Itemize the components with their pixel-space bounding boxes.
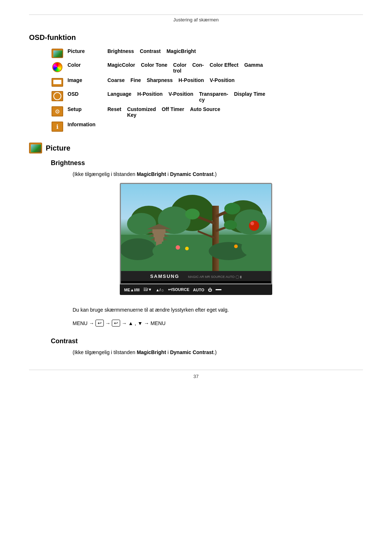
- osd-item: MagicBright: [167, 48, 196, 54]
- osd-item: Transparen-cy: [199, 91, 228, 103]
- osd-item: Fine: [130, 77, 141, 83]
- brightness-description: Du kan bruge skærmmenuerne til at ændre …: [73, 306, 363, 314]
- osd-item: Sharpness: [147, 77, 173, 83]
- nav-box-2: ↩: [112, 320, 120, 327]
- nav-menu-end: MENU: [151, 320, 166, 326]
- nav-arrow-4: →: [144, 320, 149, 326]
- svg-point-14: [185, 209, 200, 219]
- nav-arrow-3: →: [122, 320, 127, 326]
- osd-item: Color Effect: [210, 62, 238, 74]
- osd-items-picture: Brightness Contrast MagicBright: [107, 48, 363, 54]
- picture-title: Picture: [46, 144, 70, 152]
- header-title: Justering af skærmen: [173, 17, 219, 22]
- svg-point-30: [234, 245, 238, 248]
- brightness-note: (Ikke tilgængelig i tilstanden MagicBrig…: [73, 171, 363, 177]
- svg-point-28: [176, 245, 180, 250]
- monitor-info-text: MAGIC AR MR SOURCE AUTO ◯ ▮: [188, 275, 242, 279]
- osd-item: Auto Source: [190, 106, 220, 118]
- osd-menu-name-setup: Setup: [68, 106, 107, 112]
- osd-item: CustomizedKey: [127, 106, 156, 118]
- nav-menu-start: MENU: [73, 320, 87, 326]
- osd-row-picture: Picture Brightness Contrast MagicBright: [51, 48, 363, 58]
- osd-item: Contrast: [140, 48, 161, 54]
- monitor-button-bar: ME▲I/III ☷/▼ ▲/☼ ↩/SOURCE AUTO ⏻: [120, 284, 272, 295]
- monitor-outer: SAMSUNG MAGIC AR MR SOURCE AUTO ◯ ▮ ME▲I…: [120, 183, 272, 295]
- setup-icon: [51, 106, 64, 116]
- brightness-title: Brightness: [51, 159, 363, 167]
- nav-path: MENU → ↩ → ↩ → ▲ , ▼ → MENU: [73, 320, 363, 327]
- page-header: Justering af skærmen: [29, 17, 363, 22]
- osd-item: Con-: [192, 62, 204, 74]
- page-number: 37: [193, 374, 199, 379]
- osd-row-image: Image Coarse Fine Sharpness H-Position V…: [51, 77, 363, 87]
- svg-point-29: [185, 247, 189, 250]
- osd-item: Colortrol: [173, 62, 187, 74]
- osd-item: Off Timer: [162, 106, 184, 118]
- power-btn: ⏻: [208, 288, 212, 292]
- osd-item: H-Position: [179, 77, 204, 83]
- nav-box-1: ↩: [95, 320, 104, 327]
- osd-item: MagicColor: [107, 62, 135, 74]
- note-middle: i: [166, 171, 170, 177]
- note-suffix: .): [213, 171, 217, 177]
- osd-row-color: Color MagicColor Color Tone Colortrol Co…: [51, 62, 363, 74]
- svg-rect-18: [155, 237, 163, 242]
- osd-menu-name-osd: OSD: [68, 91, 107, 97]
- picture-icon-large: [29, 143, 42, 153]
- svg-point-24: [121, 238, 156, 260]
- contrast-note-bold2: Dynamic Contrast: [170, 349, 213, 355]
- nav-comma: ,: [135, 320, 136, 326]
- nav-down: ▼: [138, 320, 143, 326]
- osd-row-information: Information: [51, 122, 363, 132]
- osd-items-image: Coarse Fine Sharpness H-Position V-Posit…: [107, 77, 363, 83]
- contrast-note: (Ikke tilgængelig i tilstanden MagicBrig…: [73, 349, 363, 355]
- garden-scene: [121, 184, 271, 271]
- osd-table: Picture Brightness Contrast MagicBright …: [51, 48, 363, 132]
- note-bold1: MagicBright: [137, 171, 166, 177]
- contrast-note-prefix: (Ikke tilgængelig i tilstanden: [73, 349, 137, 355]
- osd-items-color: MagicColor Color Tone Colortrol Con- Col…: [107, 62, 363, 74]
- svg-point-31: [249, 221, 259, 231]
- osd-items-setup: Reset CustomizedKey Off Timer Auto Sourc…: [107, 106, 363, 118]
- menu-btn: ME▲I/III: [124, 288, 140, 292]
- contrast-title: Contrast: [51, 337, 363, 345]
- monitor-brand: SAMSUNG: [150, 274, 179, 279]
- osd-item: V-Position: [168, 91, 193, 103]
- note-prefix: (Ikke tilgængelig i tilstanden: [73, 171, 137, 177]
- osd-item: Gamma: [244, 62, 263, 74]
- osd-item: H-Position: [137, 91, 163, 103]
- source-btn: ↩/SOURCE: [168, 287, 189, 292]
- monitor-brand-bar: SAMSUNG MAGIC AR MR SOURCE AUTO ◯ ▮: [121, 271, 271, 281]
- brightness-section: Brightness (Ikke tilgængelig i tilstande…: [29, 159, 363, 327]
- monitor-container: SAMSUNG MAGIC AR MR SOURCE AUTO ◯ ▮ ME▲I…: [29, 183, 363, 295]
- osd-item: V-Position: [210, 77, 234, 83]
- nav-up: ▲: [128, 320, 133, 326]
- garden-svg: [121, 184, 271, 271]
- image-icon: [51, 77, 64, 87]
- osd-item: Display Time: [234, 91, 265, 103]
- osd-row-osd: OSD Language H-Position V-Position Trans…: [51, 91, 363, 103]
- color-icon: [51, 62, 64, 72]
- svg-point-5: [234, 209, 267, 235]
- nav-arrow-1: →: [89, 320, 94, 326]
- osd-icon: [51, 91, 64, 101]
- monitor-screen: SAMSUNG MAGIC AR MR SOURCE AUTO ◯ ▮: [120, 183, 272, 284]
- contrast-note-bold1: MagicBright: [137, 349, 166, 355]
- osd-item: Brightness: [107, 48, 134, 54]
- osd-section: OSD-funktion Picture Brightness Contrast…: [29, 33, 363, 132]
- tv-btn: ☷/▼: [143, 287, 152, 292]
- osd-menu-name-color: Color: [68, 62, 107, 68]
- osd-menu-name-image: Image: [68, 77, 107, 83]
- osd-section-title: OSD-funktion: [29, 33, 363, 42]
- svg-point-13: [224, 203, 240, 214]
- osd-row-setup: Setup Reset CustomizedKey Off Timer Auto…: [51, 106, 363, 118]
- osd-item: Color Tone: [141, 62, 167, 74]
- svg-rect-22: [152, 229, 166, 234]
- contrast-note-middle: i: [166, 349, 170, 355]
- dash-btn: [216, 289, 221, 290]
- page-footer: 37: [29, 374, 363, 379]
- osd-item: Language: [107, 91, 131, 103]
- osd-items-osd: Language H-Position V-Position Transpare…: [107, 91, 363, 103]
- nav-arrow-2: →: [105, 320, 110, 326]
- picture-section: Picture: [29, 143, 363, 153]
